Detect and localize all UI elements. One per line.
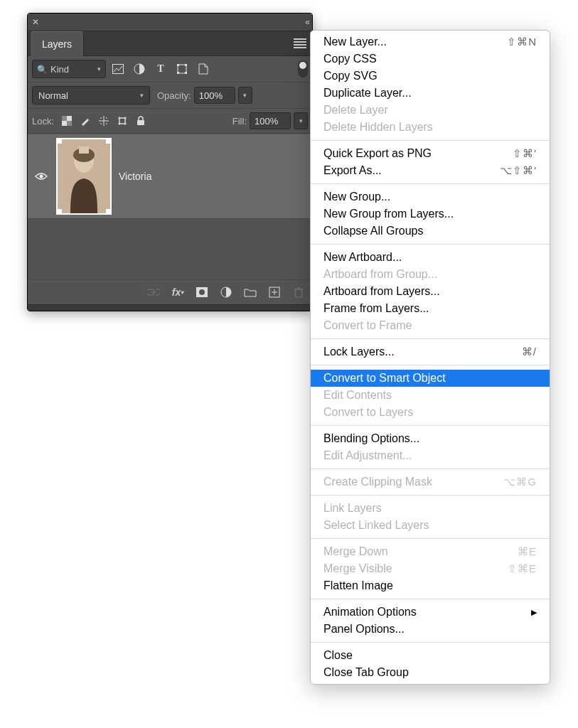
menu-item-label: Blending Options...: [323, 432, 419, 445]
svg-rect-3: [177, 64, 179, 66]
menu-item-merge-visible: Merge Visible⇧⌘E: [311, 560, 550, 577]
delete-layer-icon: [292, 286, 305, 299]
menu-item-blending-options[interactable]: Blending Options...: [311, 430, 550, 447]
new-layer-icon[interactable]: [268, 286, 281, 299]
menu-separator: [311, 425, 550, 426]
svg-rect-20: [79, 146, 89, 154]
svg-rect-15: [137, 120, 144, 125]
svg-rect-9: [67, 121, 72, 126]
lock-position-icon[interactable]: [98, 115, 109, 127]
layers-panel: ✕ « Layers 🔍Kind ▾ T: [27, 13, 313, 311]
lock-label: Lock:: [32, 116, 54, 127]
menu-item-panel-options[interactable]: Panel Options...: [311, 621, 550, 638]
menu-item-label: New Group...: [323, 191, 390, 203]
lock-artboard-icon[interactable]: [117, 115, 128, 127]
visibility-icon[interactable]: [33, 172, 49, 181]
tab-layers[interactable]: Layers: [31, 31, 84, 56]
collapse-icon[interactable]: «: [305, 17, 308, 27]
layer-thumbnail: [56, 138, 112, 215]
blend-mode-dropdown[interactable]: Normal ▾: [32, 86, 150, 105]
filter-shape-icon[interactable]: [176, 63, 188, 75]
adjustment-layer-icon[interactable]: [220, 286, 232, 299]
menu-separator: [311, 365, 550, 365]
layer-row[interactable]: Victoria: [28, 134, 312, 219]
menu-item-label: Copy SVG: [323, 70, 378, 82]
filter-type-icon[interactable]: T: [154, 63, 167, 75]
lock-all-icon[interactable]: [135, 115, 146, 127]
menu-item-new-artboard[interactable]: New Artboard...: [311, 249, 550, 266]
layer-fx-icon[interactable]: fx▾: [171, 286, 184, 299]
layer-name[interactable]: Victoria: [119, 171, 151, 182]
menu-item-flatten-image[interactable]: Flatten Image: [311, 577, 550, 594]
menu-item-label: Convert to Layers: [323, 406, 413, 419]
menu-item-convert-to-smart-object[interactable]: Convert to Smart Object: [311, 370, 550, 387]
menu-item-label: Delete Hidden Layers: [323, 121, 433, 134]
menu-separator: [311, 183, 550, 184]
svg-point-16: [40, 175, 43, 178]
menu-item-animation-options[interactable]: Animation Options▶: [311, 604, 550, 621]
menu-item-label: New Artboard...: [323, 251, 402, 264]
menu-item-create-clipping-mask: Create Clipping Mask⌥⌘G: [311, 473, 550, 491]
svg-rect-10: [119, 118, 125, 124]
menu-item-lock-layers[interactable]: Lock Layers...⌘/: [311, 343, 550, 360]
menu-item-label: Merge Down: [323, 545, 388, 558]
menu-item-new-group-from-layers[interactable]: New Group from Layers...: [311, 205, 550, 223]
menu-item-label: Panel Options...: [323, 623, 405, 636]
layer-list: Victoria: [28, 134, 312, 279]
menu-item-quick-export-as-png[interactable]: Quick Export as PNG⇧⌘': [311, 145, 550, 162]
menu-item-label: Export As...: [323, 164, 382, 177]
menu-item-export-as[interactable]: Export As...⌥⇧⌘': [311, 162, 550, 179]
filter-smart-icon[interactable]: [197, 63, 210, 75]
fill-input[interactable]: 100%: [250, 112, 291, 129]
opacity-input[interactable]: 100%: [194, 87, 235, 104]
menu-item-label: Duplicate Layer...: [323, 87, 412, 100]
panel-tabrow: Layers: [28, 31, 312, 56]
chevron-down-icon: ▾: [97, 65, 101, 73]
group-layers-icon[interactable]: [244, 286, 257, 299]
layer-mask-icon[interactable]: [196, 286, 208, 299]
svg-rect-6: [185, 72, 187, 74]
opacity-value: 100%: [199, 90, 223, 101]
fill-dropdown[interactable]: ▾: [294, 112, 308, 129]
fill-group: Fill: 100% ▾: [232, 112, 308, 129]
menu-item-new-group[interactable]: New Group...: [311, 188, 550, 205]
menu-item-label: Animation Options: [323, 606, 417, 619]
menu-separator: [311, 642, 550, 643]
menu-item-label: Convert to Frame: [323, 319, 412, 332]
menu-item-shortcut: ⇧⌘E: [508, 562, 537, 575]
close-icon[interactable]: ✕: [32, 17, 39, 27]
menu-item-convert-to-frame: Convert to Frame: [311, 317, 550, 334]
filter-toolbar: 🔍Kind ▾ T: [28, 56, 312, 82]
menu-separator: [311, 244, 550, 245]
panel-bottom-bar: fx▾: [28, 279, 312, 304]
menu-item-label: Merge Visible: [323, 562, 392, 575]
blend-mode-value: Normal: [38, 90, 68, 101]
menu-item-copy-svg[interactable]: Copy SVG: [311, 68, 550, 85]
panel-resize-footer[interactable]: [28, 304, 312, 311]
menu-item-label: Lock Layers...: [323, 346, 395, 358]
menu-item-duplicate-layer[interactable]: Duplicate Layer...: [311, 85, 550, 102]
filter-toggle[interactable]: [298, 60, 308, 77]
menu-item-copy-css[interactable]: Copy CSS: [311, 50, 550, 68]
filter-kind-dropdown[interactable]: 🔍Kind ▾: [32, 60, 106, 78]
menu-item-label: Link Layers: [323, 502, 382, 515]
svg-rect-8: [62, 116, 67, 121]
menu-item-artboard-from-group: Artboard from Group...: [311, 266, 550, 283]
menu-item-label: Create Clipping Mask: [323, 476, 432, 488]
filter-pixel-icon[interactable]: [112, 63, 124, 75]
menu-item-artboard-from-layers[interactable]: Artboard from Layers...: [311, 283, 550, 300]
menu-item-close-tab-group[interactable]: Close Tab Group: [311, 664, 550, 681]
menu-item-label: Edit Contents: [323, 389, 392, 402]
menu-item-frame-from-layers[interactable]: Frame from Layers...: [311, 300, 550, 317]
lock-pixels-icon[interactable]: [80, 115, 91, 127]
opacity-dropdown[interactable]: ▾: [238, 87, 252, 104]
menu-item-edit-adjustment: Edit Adjustment...: [311, 447, 550, 464]
menu-item-collapse-all-groups[interactable]: Collapse All Groups: [311, 223, 550, 240]
filter-adjust-icon[interactable]: [133, 63, 146, 75]
menu-item-close[interactable]: Close: [311, 647, 550, 664]
menu-item-label: Close: [323, 649, 353, 662]
submenu-arrow-icon: ▶: [531, 608, 537, 617]
lock-transparency-icon[interactable]: [61, 115, 73, 127]
panel-menu-icon[interactable]: [294, 38, 306, 48]
menu-item-new-layer[interactable]: New Layer...⇧⌘N: [311, 33, 550, 50]
